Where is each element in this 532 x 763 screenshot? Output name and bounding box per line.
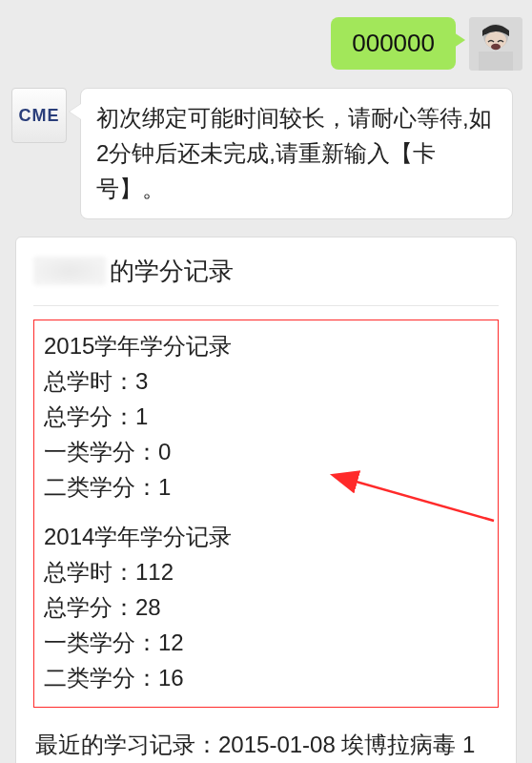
record-line: 一类学分：12 (44, 625, 488, 660)
record-block: 2014学年学分记录总学时：112总学分：28一类学分：12二类学分：16 (44, 519, 488, 696)
outgoing-text: 000000 (352, 29, 435, 57)
redacted-name (33, 257, 106, 285)
outgoing-bubble[interactable]: 000000 (331, 17, 456, 70)
cme-avatar[interactable]: CME (11, 88, 67, 143)
incoming-message-row: CME 初次绑定可能时间较长，请耐心等待,如2分钟后还未完成,请重新输入【卡号】… (10, 88, 522, 219)
cme-badge-text: CME (19, 106, 60, 126)
record-line: 总学时：112 (44, 554, 488, 589)
card-footer: 最近的学习记录：2015-01-08 埃博拉病毒 1学分。 如需查询其他年度学分… (33, 727, 499, 763)
record-block: 2015学年学分记录总学时：3总学分：1一类学分：0二类学分：1 (44, 328, 488, 505)
incoming-text: 初次绑定可能时间较长，请耐心等待,如2分钟后还未完成,请重新输入【卡号】。 (96, 105, 492, 201)
svg-point-3 (491, 44, 501, 50)
card-title-suffix: 的学分记录 (110, 255, 234, 288)
card-title-row: 的学分记录 (33, 251, 499, 306)
user-avatar[interactable] (469, 17, 522, 71)
outgoing-message-row: 000000 (10, 17, 522, 71)
record-line: 一类学分：0 (44, 434, 488, 469)
record-header: 2014学年学分记录 (44, 519, 488, 554)
record-line: 总学分：28 (44, 589, 488, 625)
record-line: 二类学分：16 (44, 660, 488, 695)
chat-window: 000000 CME 初次绑定可能时间较长，请耐心等待,如2分钟后还未完成,请重… (0, 0, 532, 763)
footer-line-1: 最近的学习记录：2015-01-08 埃博拉病毒 1学分。 (35, 727, 497, 763)
incoming-bubble[interactable]: 初次绑定可能时间较长，请耐心等待,如2分钟后还未完成,请重新输入【卡号】。 (80, 88, 513, 219)
record-line: 总学分：1 (44, 399, 488, 434)
record-line: 二类学分：1 (44, 469, 488, 505)
svg-rect-4 (479, 52, 513, 71)
records-highlight-box: 2015学年学分记录总学时：3总学分：1一类学分：0二类学分：12014学年学分… (33, 320, 499, 709)
credit-record-card[interactable]: 的学分记录 2015学年学分记录总学时：3总学分：1一类学分：0二类学分：120… (15, 237, 517, 763)
record-line: 总学时：3 (44, 363, 488, 399)
record-header: 2015学年学分记录 (44, 328, 488, 363)
